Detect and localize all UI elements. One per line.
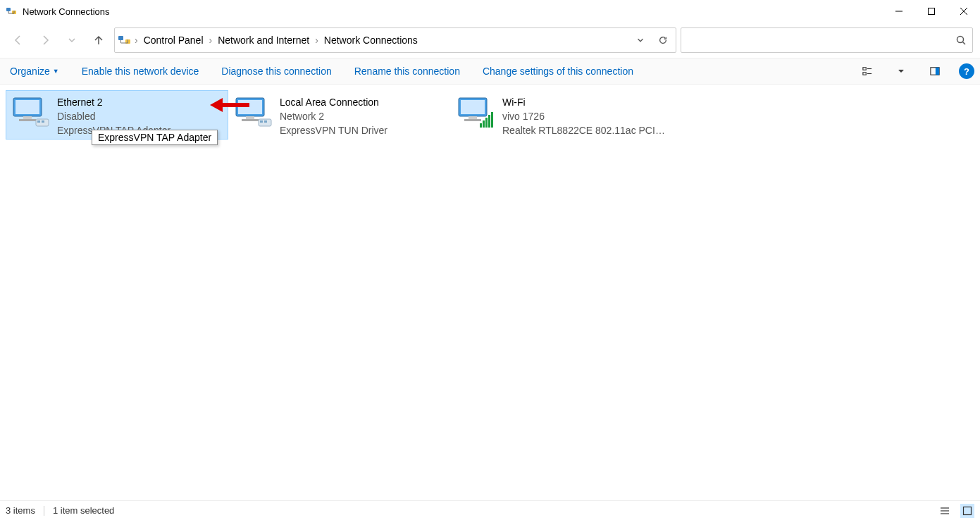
svg-rect-26 (242, 119, 259, 121)
status-selected-count: 1 item selected (53, 505, 114, 516)
details-view-button[interactable] (938, 504, 952, 518)
navigation-row: › Control Panel › Network and Internet ›… (0, 23, 980, 58)
monitor-disabled-icon (11, 95, 50, 129)
preview-pane-button[interactable] (925, 61, 945, 81)
svg-rect-11 (863, 73, 866, 75)
breadcrumb-control-panel[interactable]: Control Panel (141, 33, 206, 47)
network-item-info: Wi-Fi vivo 1726 Realtek RTL8822CE 802.11… (502, 95, 667, 137)
status-bar: 3 items 1 item selected (0, 500, 980, 520)
svg-rect-19 (19, 119, 36, 121)
monitor-wifi-icon (456, 95, 495, 129)
network-item-lan[interactable]: Local Area Connection Network 2 ExpressV… (228, 90, 451, 140)
svg-rect-44 (964, 507, 972, 514)
content-area[interactable]: Ethernet 2 Disabled ExpressVPN TAP Adapt… (0, 85, 980, 500)
enable-device-button[interactable]: Enable this network device (77, 63, 204, 80)
network-item-info: Local Area Connection Network 2 ExpressV… (280, 95, 387, 137)
back-button[interactable] (7, 29, 30, 51)
rename-connection-button[interactable]: Rename this connection (350, 63, 464, 80)
search-box[interactable] (681, 27, 973, 53)
search-icon[interactable] (955, 35, 967, 46)
change-settings-button[interactable]: Change settings of this connection (478, 63, 638, 80)
network-adapter: ExpressVPN TUN Driver (280, 123, 387, 137)
maximize-button[interactable] (915, 0, 948, 23)
organize-label: Organize (10, 66, 50, 77)
svg-rect-28 (260, 120, 263, 123)
diagnose-connection-button[interactable]: Diagnose this connection (217, 63, 335, 80)
svg-rect-32 (469, 116, 477, 119)
close-button[interactable] (948, 0, 980, 23)
control-panel-icon (118, 35, 132, 46)
svg-rect-0 (6, 8, 11, 11)
network-status: vivo 1726 (502, 109, 667, 123)
svg-rect-21 (37, 120, 40, 123)
breadcrumb-separator: › (135, 35, 138, 46)
organize-menu[interactable]: Organize▼ (6, 63, 63, 80)
control-panel-network-icon (6, 6, 17, 17)
history-dropdown[interactable] (61, 29, 83, 51)
svg-rect-18 (23, 116, 32, 119)
dropdown-triangle-icon: ▼ (53, 68, 59, 75)
svg-rect-33 (464, 119, 481, 121)
title-bar: Network Connections (0, 0, 980, 23)
view-options-button[interactable] (857, 61, 877, 81)
svg-point-8 (957, 37, 964, 43)
help-button[interactable]: ? (959, 63, 974, 79)
window-title: Network Connections (23, 6, 110, 17)
svg-rect-29 (264, 120, 267, 123)
forward-button[interactable] (34, 29, 56, 51)
refresh-button[interactable] (653, 30, 673, 50)
network-name: Ethernet 2 (57, 95, 170, 109)
tooltip: ExpressVPN TAP Adapter (92, 130, 218, 145)
minimize-button[interactable] (883, 0, 915, 23)
network-name: Local Area Connection (280, 95, 387, 109)
search-input[interactable] (687, 35, 955, 46)
monitor-icon (233, 95, 273, 129)
svg-rect-25 (246, 116, 254, 119)
svg-rect-24 (238, 100, 262, 114)
network-adapter: Realtek RTL8822CE 802.11ac PCIe ... (502, 123, 667, 137)
svg-rect-22 (42, 120, 44, 123)
svg-rect-15 (936, 68, 939, 75)
large-icons-view-button[interactable] (960, 504, 974, 518)
network-item-wifi[interactable]: Wi-Fi vivo 1726 Realtek RTL8822CE 802.11… (451, 90, 674, 140)
svg-rect-31 (461, 100, 485, 114)
svg-rect-35 (483, 120, 485, 128)
command-bar: Organize▼ Enable this network device Dia… (0, 58, 980, 85)
svg-rect-38 (491, 112, 493, 128)
network-status: Disabled (57, 109, 170, 123)
svg-rect-10 (863, 68, 866, 70)
network-status: Network 2 (280, 109, 387, 123)
tooltip-text: ExpressVPN TAP Adapter (98, 132, 211, 143)
svg-rect-37 (488, 115, 490, 128)
breadcrumb-network-and-internet[interactable]: Network and Internet (215, 33, 312, 47)
svg-rect-6 (118, 36, 123, 40)
breadcrumb-separator: › (209, 35, 213, 46)
view-options-dropdown[interactable] (891, 61, 911, 81)
status-item-count: 3 items (6, 505, 35, 516)
breadcrumb-network-connections[interactable]: Network Connections (321, 33, 421, 47)
address-bar[interactable]: › Control Panel › Network and Internet ›… (114, 27, 676, 53)
status-divider (44, 506, 44, 516)
svg-line-9 (963, 42, 966, 45)
up-button[interactable] (87, 29, 110, 51)
svg-rect-36 (485, 118, 488, 128)
breadcrumb-separator: › (315, 35, 318, 46)
svg-rect-34 (480, 123, 482, 128)
svg-rect-17 (15, 100, 39, 114)
network-name: Wi-Fi (502, 95, 667, 109)
svg-rect-3 (929, 8, 935, 15)
address-history-dropdown[interactable] (631, 30, 650, 50)
